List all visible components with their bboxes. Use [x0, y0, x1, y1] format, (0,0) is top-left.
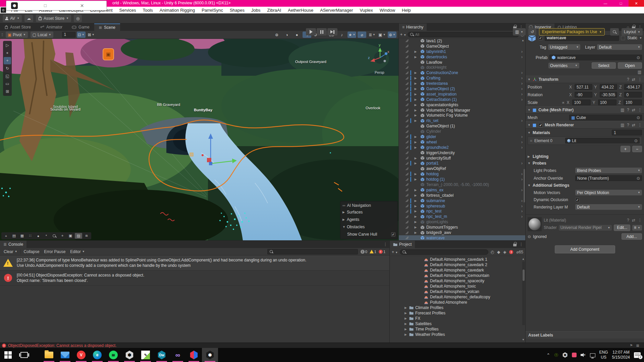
rotation-z-field[interactable]: 0 — [624, 92, 642, 98]
hierarchy-item-row[interactable]: ▶ Cylinder › — [399, 129, 525, 134]
lock-icon[interactable] — [513, 244, 517, 246]
scroll-up-icon[interactable]: ▲ — [522, 39, 524, 42]
rotation-y-field[interactable]: -30.505 — [600, 92, 618, 98]
expand-arrow-icon[interactable]: ▶ — [414, 204, 418, 208]
expand-arrow-icon[interactable]: ▶ — [414, 194, 418, 197]
strip-overlay-icon[interactable]: ▤ — [10, 233, 18, 239]
camera-dropdown[interactable]: ▣▼ — [378, 32, 386, 38]
additional-settings-label[interactable]: Additional Settings — [533, 183, 569, 188]
kebab-icon[interactable]: ⋮ — [638, 77, 642, 82]
window-close-button[interactable]: ✕ — [629, 0, 644, 7]
console-search[interactable] — [267, 249, 358, 254]
visibility-toggle-icon[interactable] — [404, 215, 410, 219]
lighting-section-label[interactable]: Lighting — [533, 154, 548, 159]
dynamic-occlusion-checkbox[interactable]: ✓ — [575, 198, 580, 202]
undo-history-button[interactable]: ↺ — [528, 28, 536, 36]
increment-snap-toggle[interactable]: ⊠▼ — [87, 32, 96, 38]
visibility-toggle-icon[interactable] — [404, 204, 410, 208]
project-search-input[interactable] — [408, 250, 486, 254]
taskbar-cube-app[interactable] — [186, 348, 202, 362]
drag-handle-icon[interactable]: ⁞⁞ — [1, 33, 3, 37]
prefab-chevron-icon[interactable]: › — [521, 172, 523, 176]
menu-item[interactable]: ZibraAI — [264, 7, 284, 13]
kebab-icon[interactable]: ⋮ — [638, 123, 642, 127]
materials-count-field[interactable]: 1 — [612, 130, 642, 135]
add-component-button[interactable]: Add Component — [555, 245, 615, 253]
visibility-toggle-icon[interactable] — [404, 135, 410, 138]
visibility-toggle-icon[interactable] — [404, 82, 410, 85]
expand-arrow-icon[interactable]: ▶ — [405, 327, 408, 331]
menu-item[interactable]: Tools — [139, 7, 156, 13]
hierarchy-search-input[interactable] — [415, 33, 517, 37]
grid-overlay-icon[interactable]: ▦ — [18, 233, 26, 239]
taskbar-vivaldi[interactable]: V — [73, 348, 89, 362]
hierarchy-item-row[interactable]: ▶ undercityStuff › — [399, 156, 525, 161]
position-x-field[interactable]: 527.11 — [575, 84, 592, 90]
play-button[interactable] — [306, 28, 316, 36]
gizmos-dropdown[interactable]: ⊕▼ — [388, 32, 396, 38]
tab-game[interactable]: Game — [67, 23, 94, 31]
tab-asset-store[interactable]: Asset Store — [0, 23, 36, 31]
presets-icon[interactable]: ⇄ — [632, 108, 635, 112]
multiplayer-icon[interactable]: ▥ — [621, 123, 624, 127]
start-button[interactable] — [0, 348, 16, 362]
warning-count[interactable]: 1 — [370, 250, 376, 254]
rotate-tool-button[interactable]: ↻ — [4, 65, 11, 72]
project-item-row[interactable]: ▶ Climate Profiles — [390, 305, 525, 310]
project-item-row[interactable]: ▶ Default Atmosphere_cavedark — [390, 267, 525, 273]
visibility-toggle-icon[interactable] — [404, 162, 410, 165]
hierarchy-item-row[interactable]: ▶ portal1 › — [399, 161, 525, 166]
static-checkbox[interactable] — [621, 36, 625, 40]
expand-arrow-icon[interactable]: ▶ — [414, 71, 418, 74]
visibility-toggle-icon[interactable] — [404, 71, 410, 75]
open-in-window-icon[interactable]: ◴ — [490, 250, 494, 254]
active-checkbox[interactable]: ✓ — [538, 36, 543, 40]
visibility-toggle-icon[interactable] — [404, 76, 410, 80]
visibility-toggle-icon[interactable] — [404, 114, 410, 117]
visibility-toggle-icon[interactable] — [404, 209, 410, 213]
visibility-toggle-icon[interactable] — [404, 103, 410, 107]
hierarchy-item-row[interactable]: ▶ ConstructionZone › — [399, 70, 525, 75]
expand-arrow-icon[interactable]: ▶ — [414, 103, 418, 107]
anchor-override-field[interactable]: None (Transform)⊙ — [575, 175, 642, 181]
gameobject-name-field[interactable]: watercave — [545, 35, 619, 41]
language-indicator[interactable]: ENGUS — [599, 350, 608, 360]
sphere-overlay-icon[interactable]: ● — [35, 233, 42, 239]
project-item-row[interactable]: ▶ Default Atmosphere_volcan — [390, 289, 525, 294]
shading-wireframe-icon[interactable]: ⊕ — [272, 32, 281, 38]
label-filter-icon[interactable]: ◈ — [503, 250, 506, 254]
visibility-toggle-icon[interactable] — [404, 156, 410, 160]
expand-arrow-icon[interactable]: ▶ — [342, 210, 345, 214]
expand-arrow-icon[interactable]: ▶ — [414, 87, 418, 90]
visibility-toggle-icon[interactable] — [404, 140, 410, 144]
visibility-toggle-icon[interactable] — [404, 108, 410, 112]
console-message-row[interactable]: ! [22:37:36] Component of type MonoBehav… — [0, 255, 389, 270]
project-item-row[interactable]: ▶ Time Profiles — [390, 326, 525, 332]
notification-bell-icon[interactable]: ⚑ — [630, 344, 633, 347]
audio-muted-icon[interactable]: ♪ — [337, 32, 346, 38]
add-gameobject-button[interactable]: + ▼ — [400, 32, 406, 37]
pivot-dropdown[interactable]: ▣ Pivot ▼ — [6, 32, 28, 38]
prefab-chevron-icon[interactable]: › — [521, 86, 523, 91]
shading-shaded-wire-icon[interactable]: ◑ — [282, 32, 291, 38]
mesh-renderer-header[interactable]: ▼ ▩ ✓ Mesh Renderer ▥?⇄⋮ — [526, 121, 644, 129]
expand-arrow-icon[interactable]: ▶ — [414, 55, 418, 59]
expand-arrow-icon[interactable]: ▶ — [414, 109, 418, 112]
prefab-chevron-icon[interactable]: › — [521, 81, 523, 86]
prefab-chevron-icon[interactable]: › — [521, 140, 523, 144]
hierarchy-item-row[interactable]: ▶ npc_test_m › — [399, 214, 525, 219]
hierarchy-item-row[interactable]: ▶ Lavaflow › — [399, 60, 525, 65]
prefab-chevron-icon[interactable]: › — [521, 145, 523, 150]
visibility-toggle-icon[interactable] — [404, 55, 410, 59]
project-item-row[interactable]: ▶ Default Atmosphere_icemountain — [390, 273, 525, 278]
activity-icon[interactable]: ▦ — [636, 344, 639, 347]
expand-arrow-icon[interactable]: ▶ — [405, 333, 408, 336]
presets-icon[interactable]: ⇄ — [632, 218, 635, 223]
scroll-up-icon[interactable]: ▲ — [522, 257, 525, 260]
expand-arrow-icon[interactable]: ▶ — [414, 50, 418, 53]
taskbar-mail[interactable] — [57, 348, 73, 362]
expand-arrow-icon[interactable]: ▶ — [414, 119, 418, 122]
expand-arrow-icon[interactable]: ▶ — [414, 98, 418, 101]
add-override-button[interactable]: Add... — [622, 233, 642, 240]
expand-arrow-icon[interactable]: ▶ — [414, 172, 418, 176]
